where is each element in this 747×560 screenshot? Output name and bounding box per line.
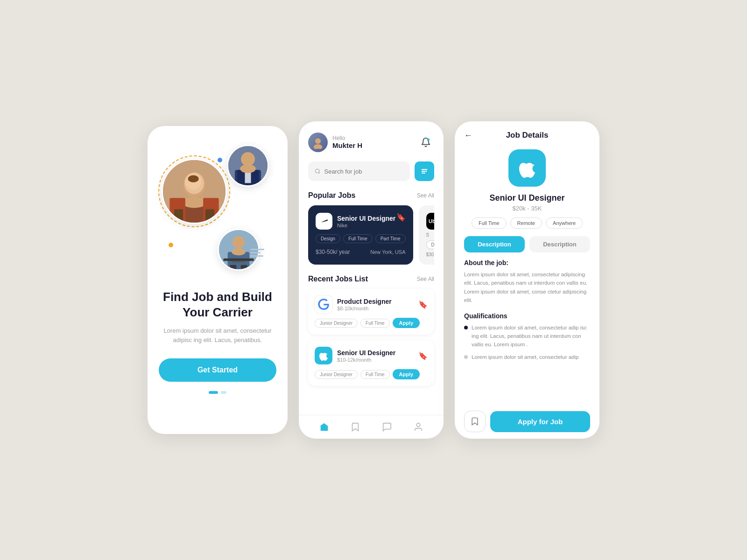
apple-logo-sm: [315, 347, 332, 364]
back-button[interactable]: ←: [464, 131, 472, 140]
job-detail-title: Senior UI Designer: [489, 193, 564, 203]
uber-salary: $30-50k: [426, 252, 435, 257]
nav-chat[interactable]: [382, 422, 392, 432]
recent-job-card-senior-designer: Senior UI Designer $10-12k/month 🔖 Junio…: [308, 340, 434, 386]
nike-bookmark-icon[interactable]: 🔖: [396, 213, 406, 222]
notification-bell-icon[interactable]: [417, 134, 434, 151]
tag-anywhere-detail: Anywhere: [546, 217, 583, 229]
popular-job-card-nike[interactable]: Senior UI Designer Nike 🔖 Design Full Ti…: [308, 205, 413, 265]
nike-job-footer: $30-50k/ year New York, USA: [316, 249, 406, 255]
onboarding-headline: Find Job and Build Your Carrier: [159, 289, 276, 320]
rjc-info-1: Product Designer $8-10k/month: [315, 295, 392, 313]
svg-point-28: [427, 139, 430, 141]
svg-point-34: [425, 171, 427, 172]
nike-tags: Design Full Time Part Time: [316, 234, 406, 243]
screen-job-listings: Hello Mukter H: [299, 121, 444, 439]
tab-description-active[interactable]: Description: [464, 236, 525, 252]
job-card-header-nike: Senior UI Designer Nike 🔖: [316, 213, 406, 230]
svg-point-27: [314, 144, 323, 149]
tag-remote-detail: Remote: [510, 217, 543, 229]
svg-point-17: [240, 164, 256, 173]
about-job-title: About the job:: [464, 259, 590, 266]
pg-dot-2: [221, 391, 226, 394]
get-started-button[interactable]: Get Started: [159, 358, 276, 382]
apple-company-icon: [508, 149, 546, 187]
recent-jobs-title: Recent Jobs List: [308, 275, 368, 283]
listings-content: Hello Mukter H: [299, 121, 444, 415]
rjc-tags-2: Junior Designer Full Time Apply: [315, 369, 428, 379]
popular-job-card-uber[interactable]: Uber S Design $30-50k: [419, 205, 435, 265]
svg-rect-25: [241, 265, 247, 269]
filter-button[interactable]: [415, 161, 434, 181]
save-job-button[interactable]: [464, 411, 486, 432]
qualifications-title: Qualifications: [464, 312, 590, 320]
svg-point-26: [315, 138, 321, 144]
rjc-text-1: Product Designer $8-10k/month: [337, 298, 392, 311]
svg-point-12: [241, 152, 255, 166]
pagination: [209, 391, 226, 394]
search-row: [308, 161, 434, 181]
job-detail-salary: $20k - 35K: [513, 205, 542, 212]
about-job-text: Lorem ipsum dolor sit amet, consectetur …: [464, 270, 590, 305]
dot-yellow: [169, 243, 173, 247]
rjc-tag-junior-2: Junior Designer: [315, 370, 358, 379]
product-designer-bookmark[interactable]: 🔖: [418, 300, 428, 309]
rjc-header-2: Senior UI Designer $10-12k/month 🔖: [315, 347, 428, 364]
user-info: Hello Mukter H: [308, 133, 362, 152]
avatar: [308, 133, 328, 152]
nav-profile[interactable]: [413, 422, 423, 432]
qual-dot-1: [464, 326, 468, 329]
search-input-wrap: [308, 161, 410, 181]
svg-point-23: [232, 248, 246, 255]
popular-jobs-title: Popular Jobs: [308, 191, 355, 200]
google-logo: [315, 295, 332, 313]
company-section: Senior UI Designer $20k - 35K Full Time …: [455, 145, 599, 236]
wave-lines: [250, 249, 264, 257]
popular-jobs-see-all[interactable]: See All: [417, 192, 434, 199]
person-suit-image: [227, 145, 269, 187]
rjc-tag-fulltime-2: Full Time: [360, 370, 390, 379]
uber-tag-design: Design: [426, 240, 435, 249]
senior-designer-bookmark[interactable]: 🔖: [418, 351, 428, 360]
nav-home[interactable]: [319, 422, 329, 432]
bottom-nav: [299, 415, 444, 439]
user-greeting: Hello Mukter H: [332, 135, 362, 150]
nike-logo: [316, 213, 332, 230]
job-detail-body: About the job: Lorem ipsum dolor sit ame…: [455, 259, 599, 404]
job-details-header: ← Job Details: [455, 121, 599, 145]
qual-item-2: Lorem ipsum dolor sit amet, consectetur …: [464, 353, 590, 361]
svg-rect-24: [230, 265, 236, 269]
filter-icon: [420, 167, 429, 175]
nav-bookmark[interactable]: [350, 422, 360, 432]
tag-fulltime-nike: Full Time: [343, 234, 373, 243]
job-details-title: Job Details: [506, 131, 549, 140]
search-input[interactable]: [324, 168, 403, 175]
recent-jobs-see-all[interactable]: See All: [417, 276, 434, 282]
search-icon: [315, 168, 320, 175]
job-detail-tags: Full Time Remote Anywhere: [472, 217, 583, 229]
rjc-tag-fulltime-1: Full Time: [360, 319, 390, 328]
tag-design-nike: Design: [316, 234, 340, 243]
popular-jobs-scroll: Senior UI Designer Nike 🔖 Design Full Ti…: [308, 205, 434, 265]
svg-line-30: [319, 172, 320, 173]
user-header: Hello Mukter H: [308, 133, 434, 152]
tag-fulltime-detail: Full Time: [472, 217, 507, 229]
svg-point-35: [424, 172, 425, 174]
person-main-image: [162, 159, 227, 224]
rjc-tags-1: Junior Designer Full Time Apply: [315, 318, 428, 328]
rjc-text-2: Senior UI Designer $10-12k/month: [337, 349, 395, 363]
apply-button-2[interactable]: Apply: [393, 369, 420, 379]
svg-point-19: [233, 236, 245, 248]
rjc-tag-junior-1: Junior Designer: [315, 319, 358, 328]
rjc-info-2: Senior UI Designer $10-12k/month: [315, 347, 395, 364]
apply-button-1[interactable]: Apply: [393, 318, 420, 328]
screen-job-details: ← Job Details Senior UI Designer $20k - …: [455, 121, 599, 439]
apply-for-job-button[interactable]: Apply for Job: [490, 411, 590, 432]
job-detail-footer: Apply for Job: [455, 404, 599, 439]
svg-rect-22: [232, 261, 245, 263]
qual-dot-2: [464, 355, 468, 359]
hero-images: [162, 145, 274, 275]
qual-item-1: Lorem ipsum dolor sit amet, consectetur …: [464, 323, 590, 349]
tab-description-inactive[interactable]: Description: [529, 236, 590, 252]
tag-parttime-nike: Part Time: [375, 234, 406, 243]
